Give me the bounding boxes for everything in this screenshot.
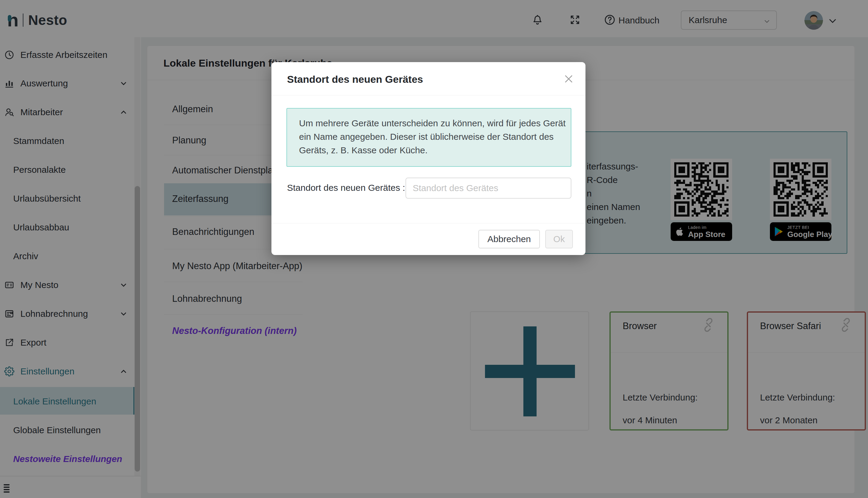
- info-line: Geräts, z. B. Kasse oder Küche.: [299, 143, 559, 157]
- device-location-input[interactable]: [405, 178, 571, 199]
- info-line: ein Name angegeben. Dieser ist üblicherw…: [299, 130, 559, 143]
- device-location-label: Standort des neuen Gerätes :: [287, 182, 405, 193]
- modal-title: Standort des neuen Gerätes: [287, 73, 423, 86]
- new-device-modal: Standort des neuen Gerätes Um mehrere Ge…: [271, 62, 586, 255]
- modal-info-box: Um mehrere Geräte unterscheiden zu könne…: [286, 108, 571, 167]
- modal-header-divider: [271, 95, 586, 95]
- ok-button[interactable]: Ok: [545, 230, 573, 248]
- close-icon[interactable]: [563, 74, 574, 84]
- info-line: Um mehrere Geräte unterscheiden zu könne…: [299, 116, 559, 130]
- cancel-button[interactable]: Abbrechen: [478, 230, 540, 248]
- app-screen: n Nesto Erfasste Arbeitszeiten Auswertun…: [0, 0, 868, 498]
